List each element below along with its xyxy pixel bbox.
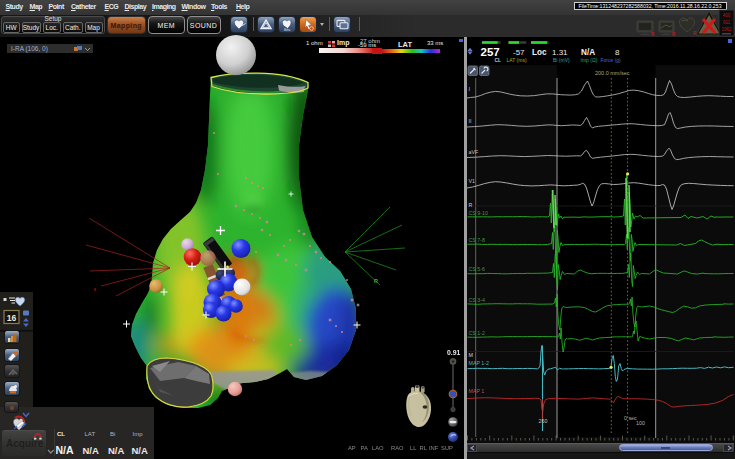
svg-text:LAT (ms): LAT (ms) bbox=[506, 57, 526, 63]
svg-text:V1: V1 bbox=[468, 178, 475, 184]
svg-text:II: II bbox=[468, 118, 471, 124]
svg-text:400: 400 bbox=[723, 13, 731, 18]
svg-text:MAP 1: MAP 1 bbox=[468, 388, 484, 394]
svg-text:R: R bbox=[374, 278, 378, 284]
svg-text:I: I bbox=[468, 86, 469, 92]
svg-text:aVF: aVF bbox=[468, 149, 478, 155]
svg-text:16: 16 bbox=[7, 313, 17, 323]
svg-text:0.91: 0.91 bbox=[447, 349, 460, 356]
svg-text:911: 911 bbox=[723, 20, 731, 25]
svg-text:260: 260 bbox=[538, 418, 547, 424]
svg-text:R: R bbox=[672, 32, 676, 37]
svg-text:CS 3-4: CS 3-4 bbox=[468, 297, 485, 303]
svg-text:Loc: Loc bbox=[532, 48, 547, 57]
svg-text:Force (g): Force (g) bbox=[600, 57, 621, 63]
svg-text:R: R bbox=[651, 32, 655, 37]
svg-text:Bi (mV): Bi (mV) bbox=[553, 57, 570, 63]
svg-text:100: 100 bbox=[636, 420, 645, 426]
svg-text:CS 1-2: CS 1-2 bbox=[468, 330, 485, 336]
svg-text:MAP 1-2: MAP 1-2 bbox=[468, 360, 489, 366]
svg-text:CS 5-6: CS 5-6 bbox=[468, 266, 485, 272]
svg-text:Imp (Ω): Imp (Ω) bbox=[580, 57, 597, 63]
svg-text:1962: 1962 bbox=[721, 27, 732, 32]
svg-text:x: x bbox=[94, 286, 97, 292]
svg-text:R: R bbox=[468, 202, 472, 208]
svg-text:CS 9-10: CS 9-10 bbox=[468, 210, 487, 216]
svg-text:M: M bbox=[468, 352, 472, 358]
svg-text:CL: CL bbox=[494, 57, 501, 63]
svg-text:CS 7-8: CS 7-8 bbox=[468, 237, 485, 243]
